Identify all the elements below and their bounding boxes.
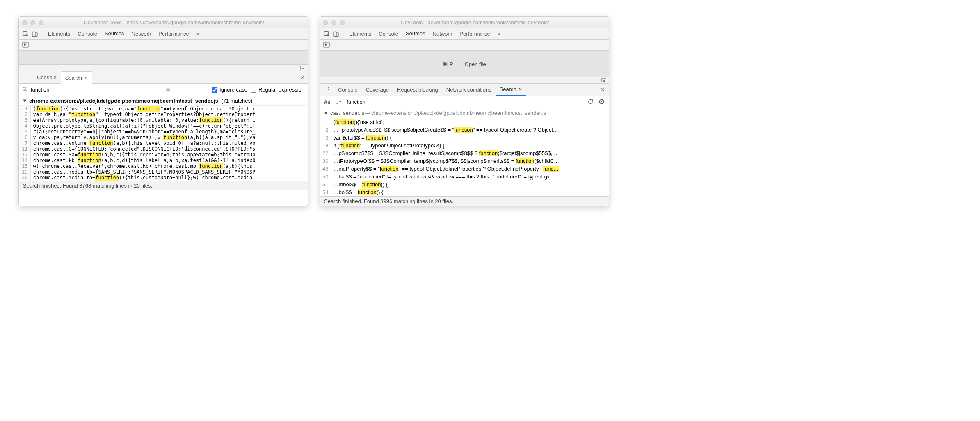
device-icon[interactable]: [30, 30, 39, 39]
result-line[interactable]: 12chrome.cast.Sa=function(a,b,c){this.re…: [19, 152, 308, 158]
drawer-tab-search-label: Search: [500, 86, 516, 92]
drawer-menu-icon[interactable]: ⋮: [21, 71, 33, 83]
line-number: 1: [320, 118, 331, 126]
drawer-tab-coverage[interactable]: Coverage: [362, 84, 393, 96]
caret-down-icon: ▼: [22, 98, 27, 104]
search-input[interactable]: [31, 87, 162, 93]
result-line[interactable]: 3ea(Array.prototype,a,{configurable:!0,w…: [19, 117, 308, 123]
result-line[interactable]: 54…bol$$ = function() {: [320, 188, 609, 196]
line-number: 7: [19, 140, 30, 146]
caret-down-icon: ▼: [323, 110, 329, 116]
line-number: 50: [320, 173, 331, 181]
ignore-case-checkbox[interactable]: [212, 87, 217, 93]
result-line[interactable]: 8if ("function" == typeof Object.setProt…: [320, 142, 609, 149]
tab-console[interactable]: Console: [76, 28, 99, 39]
tab-console[interactable]: Console: [377, 28, 400, 39]
result-line[interactable]: 14chrome.cast.kb=function(a,b,c,d){this.…: [19, 158, 308, 163]
sources-sidebar-toggle-bar: [19, 40, 308, 51]
tab-performance[interactable]: Performance: [458, 28, 491, 39]
drawer-tab-request-blocking[interactable]: Request blocking: [393, 84, 442, 96]
result-line[interactable]: 15w("chrome.cast.Receiver",chrome.cast.k…: [19, 163, 308, 169]
tab-sources[interactable]: Sources: [404, 28, 427, 39]
drawer-menu-icon[interactable]: ⋮: [322, 84, 334, 96]
drawer-close-icon[interactable]: ×: [301, 74, 304, 81]
tabs-overflow[interactable]: »: [195, 28, 201, 39]
inspect-icon[interactable]: [21, 30, 30, 39]
result-line[interactable]: 11chrome.cast.G={CONNECTED:"connected",D…: [19, 146, 308, 152]
line-number: 6: [19, 135, 30, 140]
show-navigator-icon[interactable]: [22, 42, 29, 49]
result-line[interactable]: 30…tPrototypeOf$$ = $JSCompiler_temp$jsc…: [320, 157, 609, 165]
result-line[interactable]: 5r(a);return"array"==b||"object"==b&&"nu…: [19, 129, 308, 135]
regex-checkbox[interactable]: [251, 87, 256, 93]
close-icon[interactable]: ×: [85, 75, 88, 81]
close-dot[interactable]: [323, 20, 328, 25]
window-title: DevTools - developers.google.com/web/too…: [345, 19, 605, 25]
regex-toggle[interactable]: .*: [336, 99, 342, 105]
inspect-icon[interactable]: [322, 30, 331, 39]
result-line[interactable]: 4Object.prototype.toString.call(a);if("[…: [19, 123, 308, 129]
drawer-tabs: ⋮ Console Search × ×: [19, 71, 308, 84]
ignore-case-option[interactable]: Ignore case: [212, 87, 247, 93]
tab-network[interactable]: Network: [130, 28, 153, 39]
show-navigator-icon[interactable]: [323, 42, 330, 49]
result-line[interactable]: 7chrome.cast.Volume=function(a,b){this.l…: [19, 140, 308, 146]
clear-input-icon[interactable]: ⊗: [165, 86, 171, 94]
tab-elements[interactable]: Elements: [347, 28, 373, 39]
menu-icon[interactable]: ⋮: [299, 30, 305, 38]
menu-icon[interactable]: ⋮: [600, 30, 606, 38]
match-case-toggle[interactable]: Aa: [324, 99, 331, 105]
drawer-tab-console[interactable]: Console: [33, 71, 61, 83]
result-file-header[interactable]: ▼ chrome-extension://pkedcjkdefgpdelpbcm…: [19, 96, 308, 106]
line-number: 3: [320, 134, 331, 142]
line-number: 54: [320, 188, 331, 196]
clear-icon[interactable]: [599, 98, 605, 106]
drawer-tab-network-conditions[interactable]: Network conditions: [442, 84, 496, 96]
tabs-overflow[interactable]: »: [496, 28, 502, 39]
result-line[interactable]: 1(function(){'use strict';var e,aa="func…: [19, 106, 308, 112]
result-line[interactable]: 22…p$jscomp$7$$ = $JSCompiler_inline_res…: [320, 149, 609, 157]
result-line[interactable]: 3var $ctor$$ = function() {: [320, 134, 609, 142]
shortcut-text: ⌘ P: [443, 61, 453, 67]
result-line[interactable]: 6v=oa:v=pa;return v.apply(null,arguments…: [19, 135, 308, 140]
drawer-tab-search[interactable]: Search ×: [61, 71, 92, 84]
line-source: if ("function" == typeof Object.setProto…: [331, 142, 609, 149]
search-input[interactable]: [347, 99, 583, 105]
drawer-tab-search[interactable]: Search ×: [496, 84, 526, 96]
tab-sources[interactable]: Sources: [103, 28, 126, 39]
close-icon[interactable]: ×: [519, 86, 522, 92]
zoom-dot[interactable]: [39, 20, 43, 25]
line-number: 4: [19, 123, 30, 129]
tab-performance[interactable]: Performance: [157, 28, 190, 39]
svg-line-5: [26, 90, 27, 92]
minimize-dot[interactable]: [331, 20, 336, 25]
result-line[interactable]: 2var da=h,ea="function"==typeof Object.d…: [19, 112, 308, 117]
tab-elements[interactable]: Elements: [46, 28, 72, 39]
regex-option[interactable]: Regular expression: [251, 87, 304, 93]
line-source: …_prototypeAlias$$, $$jscomp$objectCreat…: [331, 126, 609, 134]
line-source: Object.prototype.toString.call(a);if("[o…: [30, 123, 308, 129]
open-file-label[interactable]: Open file: [465, 61, 486, 67]
result-file-header[interactable]: ▼ cast_sender.js — chrome-extension://pk…: [320, 108, 609, 118]
result-line[interactable]: 51…mbol$$ = function() {: [320, 181, 609, 188]
device-icon[interactable]: [331, 30, 340, 39]
refresh-icon[interactable]: [587, 98, 594, 106]
zoom-dot[interactable]: [340, 20, 345, 25]
result-line[interactable]: 20chrome.cast.media.ta=function(){this.c…: [19, 175, 308, 181]
result-line[interactable]: 50…bal$$ = "undefined" != typeof window …: [320, 173, 609, 181]
search-results: 1(function(){'use strict';2…_prototypeAl…: [320, 118, 609, 196]
tab-network[interactable]: Network: [431, 28, 454, 39]
result-line[interactable]: 19chrome.cast.media.tb={SANS_SERIF:"SANS…: [19, 169, 308, 175]
ignore-case-label: Ignore case: [219, 87, 247, 93]
collapse-drawer-icon[interactable]: ▴: [601, 78, 606, 82]
drawer-tab-console[interactable]: Console: [334, 84, 362, 96]
minimize-dot[interactable]: [30, 20, 35, 25]
close-dot[interactable]: [22, 20, 27, 25]
collapse-drawer-icon[interactable]: ▴: [300, 66, 305, 70]
result-line[interactable]: 48…ineProperty$$ = "function" == typeof …: [320, 165, 609, 173]
drawer-close-icon[interactable]: ×: [601, 86, 605, 94]
devtools-window-2: DevTools - developers.google.com/web/too…: [320, 16, 609, 206]
line-number: 8: [320, 142, 331, 149]
result-line[interactable]: 2…_prototypeAlias$$, $$jscomp$objectCrea…: [320, 126, 609, 134]
result-line[interactable]: 1(function(){'use strict';: [320, 118, 609, 126]
